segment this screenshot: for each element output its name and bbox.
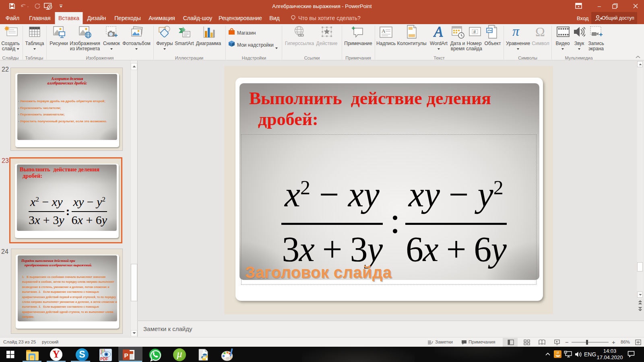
svg-text:P: P — [124, 352, 128, 359]
svg-text:PDF: PDF — [100, 357, 108, 361]
svg-text:Ω: Ω — [535, 25, 545, 39]
svg-text:#: # — [473, 29, 476, 34]
svg-text:π: π — [512, 25, 520, 39]
svg-text:А: А — [382, 28, 386, 34]
svg-text:A: A — [433, 25, 443, 39]
